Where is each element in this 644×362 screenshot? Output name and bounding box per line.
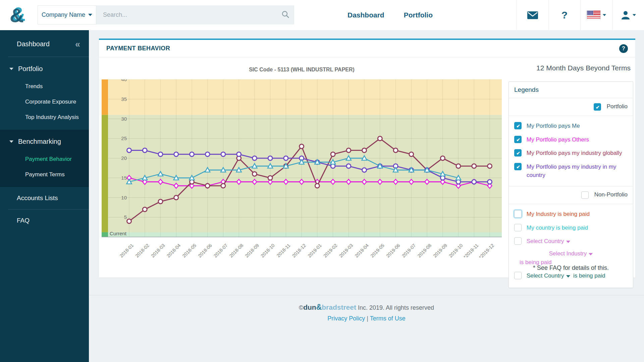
sidebar-item-dashboard[interactable]: Dashboard « (0, 30, 89, 57)
chart-subtitle: 12 Month Days Beyond Terms (536, 64, 631, 72)
svg-text:2018-03: 2018-03 (150, 243, 166, 259)
chevron-down-icon (633, 14, 636, 16)
search-button[interactable] (277, 10, 294, 20)
select-country2-checkbox[interactable] (514, 272, 522, 279)
select-industry-row: Select Industry (514, 248, 628, 258)
sidebar-item-payment-behavior[interactable]: Payment Behavior (0, 152, 89, 167)
sidebar-item-faq[interactable]: FAQ (0, 209, 89, 232)
svg-text:40: 40 (121, 79, 127, 82)
svg-text:2019-04: 2019-04 (354, 243, 370, 259)
legend-label: My Portfolio pays Others (527, 136, 589, 144)
dnb-logo[interactable]: & & (9, 2, 29, 28)
industry-globally-checkbox[interactable] (514, 149, 522, 157)
footer-links-divider: | (367, 315, 368, 322)
legend-label: My Portfolio pays Me (527, 122, 580, 130)
svg-text:2019-05: 2019-05 (369, 243, 385, 259)
sidebar-item-corporate-exposure[interactable]: Corporate Exposure (0, 94, 89, 110)
sidebar-item-payment-terms[interactable]: Payment Terms (0, 167, 89, 182)
chevron-down-icon (589, 253, 593, 255)
portfolio-checkbox[interactable] (594, 103, 601, 111)
svg-text:2018-02: 2018-02 (134, 243, 150, 259)
copyright-rest: Inc. 2019. All rights reserved (358, 304, 434, 311)
search-icon (281, 10, 289, 18)
svg-text:15: 15 (121, 175, 127, 181)
sidebar-collapse-icon[interactable]: « (75, 41, 80, 48)
sidebar-portfolio-label: Portfolio (18, 65, 43, 73)
non-portfolio-checkbox[interactable] (581, 191, 589, 199)
svg-text:2019-03: 2019-03 (338, 243, 354, 259)
sidebar-dashboard-label: Dashboard (17, 40, 50, 48)
svg-text:Current: Current (110, 231, 127, 236)
non-portfolio-toggle-row: Non-Portfolio (509, 186, 633, 204)
portfolio-toggle-label: Portfolio (607, 103, 628, 110)
line-chart-svg: 5101520253035402018-012018-022018-032018… (102, 79, 502, 269)
pays-me-checkbox[interactable] (514, 122, 522, 129)
legend-item-select-country: Select Country (514, 235, 628, 248)
my-country-paid-checkbox[interactable] (514, 224, 522, 231)
company-name-dropdown-label: Company Name (42, 11, 85, 18)
select-country-dropdown[interactable]: Select Country (527, 237, 570, 246)
chevron-down-icon (9, 140, 13, 143)
search-box: Company Name (38, 5, 294, 24)
sidebar-item-accounts-lists[interactable]: Accounts Lists (0, 187, 89, 209)
select-industry-dropdown[interactable]: Select Industry (549, 250, 593, 257)
sidebar-group-benchmarking[interactable]: Benchmarking (0, 130, 89, 152)
svg-text:25: 25 (121, 135, 127, 141)
my-industry-paid-checkbox[interactable] (514, 210, 522, 218)
sidebar-item-top-industry-analysis[interactable]: Top Industry Analysis (0, 110, 89, 125)
search-input-wrap (96, 5, 294, 24)
legend-item-pays-others: My Portfolio pays Others (514, 133, 628, 147)
terms-of-use-link[interactable]: Terms of Use (370, 315, 406, 322)
nav-portfolio-link[interactable]: Portfolio (404, 11, 433, 19)
language-dropdown[interactable] (580, 0, 612, 30)
help-button[interactable]: ? (548, 0, 580, 30)
svg-text:5: 5 (124, 214, 127, 220)
svg-text:2018-05: 2018-05 (181, 243, 197, 259)
brand-ampersand-icon: & (316, 303, 322, 311)
non-portfolio-toggle-label: Non-Portfolio (594, 192, 628, 198)
topbar-icon-group: ? (517, 0, 644, 30)
envelope-icon (527, 11, 538, 19)
legend-item-my-country-paid: My country is being paid (514, 221, 628, 235)
search-input[interactable] (96, 11, 277, 18)
help-icon: ? (561, 9, 568, 21)
chevron-down-icon (603, 14, 606, 16)
user-icon (621, 10, 630, 20)
pays-others-checkbox[interactable] (514, 136, 522, 143)
nav-dashboard-link[interactable]: Dashboard (347, 11, 384, 19)
chevron-down-icon (9, 68, 13, 70)
svg-text:2018-08: 2018-08 (228, 243, 245, 259)
chevron-down-icon (88, 14, 92, 16)
legend-label: My Portfolio pays my industry in my coun… (527, 163, 628, 179)
svg-text:2019-08: 2019-08 (417, 243, 433, 259)
messages-button[interactable] (517, 0, 548, 30)
payment-behavior-chart[interactable]: 5101520253035402018-012018-022018-032018… (102, 79, 502, 269)
legend-item-industry-country: My Portfolio pays my industry in my coun… (514, 160, 628, 182)
industry-country-checkbox[interactable] (514, 163, 522, 170)
svg-text:*2019-11: *2019-11 (463, 243, 480, 260)
svg-text:2019-06: 2019-06 (385, 243, 401, 259)
privacy-policy-link[interactable]: Privacy Policy (327, 315, 365, 322)
select-country-checkbox[interactable] (514, 237, 522, 245)
panel-help-button[interactable]: ? (619, 44, 628, 53)
svg-text:20: 20 (121, 155, 127, 161)
sidebar-group-portfolio[interactable]: Portfolio (0, 57, 89, 79)
portfolio-legend-group: My Portfolio pays Me My Portfolio pays O… (509, 116, 633, 186)
legend-label: My Portfolio pays my industry globally (527, 149, 622, 158)
user-menu-dropdown[interactable] (612, 0, 644, 30)
chart-title: SIC Code - 5113 (WHL INDUSTRL PAPER) (102, 67, 502, 73)
svg-text:*2019-12: *2019-12 (478, 243, 495, 260)
legend-label: My country is being paid (527, 224, 588, 232)
svg-text:2019-10: 2019-10 (448, 243, 464, 259)
svg-text:2018-11: 2018-11 (276, 243, 291, 258)
svg-text:2019-07: 2019-07 (401, 243, 417, 259)
panel-header: PAYMENT BEHAVIOR ? (99, 40, 635, 57)
svg-text:30: 30 (121, 116, 127, 122)
panel-title: PAYMENT BEHAVIOR (106, 45, 170, 52)
non-portfolio-legend-group: My Industry is being paid My country is … (509, 204, 633, 288)
payment-behavior-panel: PAYMENT BEHAVIOR ? SIC Code - 5113 (WHL … (99, 39, 635, 278)
brand-bradstreet: bradstreet (322, 303, 356, 311)
sidebar-item-trends[interactable]: Trends (0, 79, 89, 94)
select-country2-dropdown[interactable]: Select Country is being paid (527, 272, 605, 280)
company-name-dropdown[interactable]: Company Name (38, 5, 96, 24)
